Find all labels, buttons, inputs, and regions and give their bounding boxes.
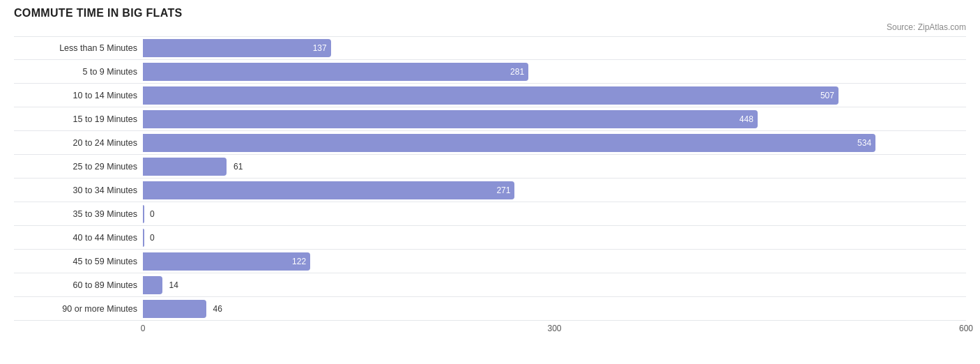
bar-row: 20 to 24 Minutes534	[14, 131, 966, 155]
bar: 534	[143, 134, 875, 152]
bar	[143, 229, 144, 247]
row-label: Less than 5 Minutes	[14, 43, 143, 53]
chart-area: Less than 5 Minutes1375 to 9 Minutes2811…	[14, 36, 966, 321]
bar-value: 0	[150, 233, 155, 243]
bar-value: 281	[510, 67, 524, 77]
bar	[143, 276, 162, 294]
row-label: 90 or more Minutes	[14, 304, 143, 314]
bar-value: 448	[740, 114, 753, 124]
row-label: 20 to 24 Minutes	[14, 138, 143, 148]
x-tick: 0	[141, 324, 146, 333]
bar: 281	[143, 63, 528, 81]
bar: 137	[143, 39, 331, 57]
bar-container: 14	[143, 276, 966, 294]
bar-container: 137	[143, 39, 966, 57]
bar	[143, 158, 227, 176]
bar-value: 507	[820, 91, 834, 100]
bar-container: 271	[143, 181, 966, 199]
bar-row: 90 or more Minutes46	[14, 297, 966, 321]
bar-container: 448	[143, 110, 966, 128]
row-label: 60 to 89 Minutes	[14, 280, 143, 290]
bar-value: 137	[313, 43, 327, 53]
bar-container: 507	[143, 86, 966, 105]
bar-row: 60 to 89 Minutes14	[14, 273, 966, 297]
bar-row: 10 to 14 Minutes507	[14, 84, 966, 107]
row-label: 15 to 19 Minutes	[14, 114, 143, 124]
bar-value: 0	[150, 209, 155, 219]
bar-row: 35 to 39 Minutes0	[14, 202, 966, 226]
bar: 122	[143, 252, 310, 271]
bar-container: 61	[143, 158, 966, 176]
x-tick: 600	[959, 324, 973, 333]
bar-value: 14	[169, 280, 178, 290]
bar-row: 40 to 44 Minutes0	[14, 226, 966, 250]
row-label: 30 to 34 Minutes	[14, 185, 143, 195]
chart-title: COMMUTE TIME IN BIG FLATS	[14, 7, 966, 20]
row-label: 45 to 59 Minutes	[14, 257, 143, 266]
row-label: 35 to 39 Minutes	[14, 209, 143, 219]
bar-row: 30 to 34 Minutes271	[14, 179, 966, 202]
bar-container: 534	[143, 134, 966, 152]
bar-row: 25 to 29 Minutes61	[14, 155, 966, 179]
row-label: 5 to 9 Minutes	[14, 67, 143, 77]
bar-container: 0	[143, 205, 966, 223]
bar-row: Less than 5 Minutes137	[14, 36, 966, 60]
bar-value: 122	[292, 257, 306, 266]
bar-container: 281	[143, 63, 966, 81]
source-label: Source: ZipAtlas.com	[14, 22, 966, 32]
bar-value: 46	[213, 304, 222, 314]
bar-row: 15 to 19 Minutes448	[14, 107, 966, 131]
bar-value: 271	[496, 185, 510, 195]
bar	[143, 205, 144, 223]
bar-container: 46	[143, 300, 966, 318]
row-label: 10 to 14 Minutes	[14, 91, 143, 100]
bar-container: 122	[143, 252, 966, 271]
x-tick: 300	[547, 324, 561, 333]
bar: 448	[143, 110, 758, 128]
bar-container: 0	[143, 229, 966, 247]
bar: 507	[143, 86, 839, 105]
bar-value: 534	[857, 138, 871, 148]
bar-row: 5 to 9 Minutes281	[14, 60, 966, 84]
row-label: 40 to 44 Minutes	[14, 233, 143, 243]
bar-row: 45 to 59 Minutes122	[14, 250, 966, 273]
bar	[143, 300, 206, 318]
row-label: 25 to 29 Minutes	[14, 162, 143, 172]
bar-value: 61	[233, 162, 243, 172]
bar: 271	[143, 181, 514, 199]
